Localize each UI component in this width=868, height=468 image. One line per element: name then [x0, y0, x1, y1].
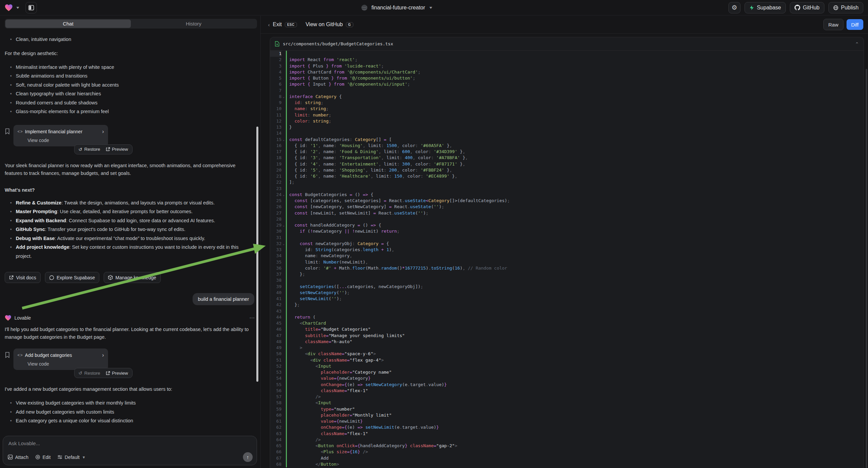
code-tag-icon: < > [18, 353, 22, 357]
assistant-name: Lovable [14, 315, 31, 321]
bullet-item: Clean typography with clear hierarchies [5, 89, 255, 98]
tab-chat[interactable]: Chat [5, 20, 131, 28]
github-icon [795, 5, 800, 10]
file-header[interactable]: src/components/budget/BudgetCategories.t… [270, 37, 864, 51]
version-card-add-budget[interactable]: < > Add budget categories › View code [13, 349, 108, 370]
send-button[interactable]: ↑ [243, 452, 253, 462]
code-line: 50 <div className="space-y-6"> [270, 351, 864, 357]
code-line: 42 }; [270, 302, 864, 308]
target-icon [35, 455, 40, 460]
chat-scrollbar[interactable] [256, 126, 258, 382]
manage-knowledge-button[interactable]: Manage knowledge [104, 272, 160, 283]
code-header: ‹ Exit ESC View on GitHub G Raw Diff [261, 16, 868, 34]
code-scrollbar[interactable] [866, 69, 867, 468]
arrow-up-icon: ↑ [247, 454, 249, 460]
prompt-input[interactable]: Ask Lovable... Attach Edit [3, 436, 257, 465]
bullet-item: Minimalist interface with plenty of whit… [5, 63, 255, 72]
edit-button[interactable]: Edit [35, 455, 51, 460]
code-line: 10 name: string; [270, 106, 864, 112]
message-menu-icon[interactable]: ⋯ [249, 315, 255, 321]
code-line: 35 limit: Number(newLimit), [270, 259, 864, 265]
supabase-button[interactable]: Supabase [745, 2, 786, 13]
attach-button[interactable]: Attach [8, 455, 29, 460]
visit-docs-button[interactable]: Visit docs [5, 272, 40, 283]
code-line: 49 > [270, 345, 864, 351]
logo-chevron-down-icon[interactable]: ▼ [16, 6, 20, 9]
chat-history-tabs: Chat History [5, 19, 257, 29]
ready-text: Your sleek financial planner is now read… [5, 162, 254, 177]
version-card-implement[interactable]: < > Implement financial planner › View c… [13, 125, 108, 146]
preview-button[interactable]: Preview [106, 147, 128, 152]
preview-button[interactable]: Preview [106, 371, 128, 376]
code-line: 3import { Plus } from 'lucide-react'; [270, 63, 864, 69]
sidebar-icon [28, 5, 34, 11]
bullet-item: View existing budget categories with the… [5, 399, 255, 408]
chat-bubble-icon [49, 275, 54, 280]
code-line: 4import ChartCard from '@/components/ui/… [270, 69, 864, 75]
raw-toggle-button[interactable]: Raw [824, 19, 843, 30]
view-code-link[interactable]: View code [28, 138, 104, 143]
project-chevron-down-icon: ▼ [429, 6, 433, 9]
code-line: 28 [270, 216, 864, 222]
settings-button[interactable]: ⚙ [728, 2, 741, 13]
external-link-icon [9, 275, 13, 280]
tab-history[interactable]: History [131, 20, 256, 28]
code-line: 56 className="flex-1" [270, 388, 864, 394]
bullet-item: GitHub Sync: Transfer your project's cod… [5, 225, 255, 234]
code-line: 19 { id: '4', name: 'Entertainment', lim… [270, 161, 864, 167]
code-line: 13} [270, 124, 864, 130]
user-message: build a financial planner [193, 293, 254, 305]
code-line: 18 { id: '3', name: 'Transportation', li… [270, 155, 864, 161]
code-line: 43 [270, 308, 864, 314]
bookmark-icon[interactable] [5, 352, 10, 358]
code-line: 41 setNewLimit(''); [270, 296, 864, 302]
chevron-right-icon: › [102, 352, 104, 358]
help-text: I'll help you add budget categories to t… [5, 326, 255, 341]
bullet-item: Master Prompting: Use clear, detailed, a… [5, 207, 255, 216]
exit-button[interactable]: ‹ Exit ESC [268, 22, 297, 28]
toggle-sidebar-button[interactable] [26, 2, 37, 13]
code-line: 23 [270, 186, 864, 192]
bullet-item: Subtle animations and transitions [5, 71, 255, 81]
code-line: 26 const [newCategory, setNewCategory] =… [270, 204, 864, 210]
version-card-title: Add budget categories [25, 352, 72, 358]
version-actions: ↺ Restore Preview [74, 144, 132, 154]
view-code-link[interactable]: View code [28, 361, 104, 367]
code-line: 40 setNewCategory(''); [270, 290, 864, 296]
bullet-item: Add project knowledge: Set key context o… [5, 243, 255, 261]
code-line: 7 [270, 88, 864, 94]
explore-supabase-button[interactable]: Explore Supabase [45, 272, 99, 283]
chevron-down-icon: ▼ [82, 455, 86, 459]
code-line: 60 placeholder="Monthly limit" [270, 412, 864, 418]
code-lines: 12import React from 'react';3import { Pl… [270, 51, 864, 468]
file-card: src/components/budget/BudgetCategories.t… [270, 37, 864, 468]
collapse-chevron-icon[interactable]: ⌃ [855, 41, 859, 47]
restore-button[interactable]: ↺ Restore [79, 147, 100, 152]
code-line: 24⌄const BudgetCategories = () => { [270, 192, 864, 198]
code-line: 15⌄const defaultCategories: Category[] =… [270, 137, 864, 143]
restore-icon: ↺ [79, 147, 82, 152]
restore-button[interactable]: ↺ Restore [79, 370, 100, 376]
code-line: 34 name: newCategory, [270, 253, 864, 259]
code-line: 44 return ( [270, 314, 864, 320]
bullet-item: Clean, intuitive navigation [5, 35, 255, 44]
code-line: 8⌄interface Category { [270, 94, 864, 100]
lovable-logo-icon[interactable] [5, 4, 13, 11]
project-switcher[interactable]: financial-future-creator ▼ [361, 0, 433, 16]
feature-list: View existing budget categories with the… [5, 399, 255, 426]
bookmark-icon[interactable] [5, 128, 10, 135]
view-on-github-button[interactable]: View on GitHub G [306, 22, 353, 28]
diff-toggle-button[interactable]: Diff [846, 19, 863, 30]
mode-select[interactable]: Default ▼ [57, 455, 86, 460]
code-line: 47 subtitle="Manage your spending limits… [270, 333, 864, 339]
code-line: 30 if (!newCategory || !newLimit) return… [270, 228, 864, 234]
chevron-left-icon: ‹ [268, 22, 270, 28]
publish-globe-icon [833, 5, 838, 10]
gear-icon: ⚙ [732, 4, 737, 11]
publish-button[interactable]: Publish [829, 2, 863, 13]
bullet-item: Soft, neutral color palette with light b… [5, 81, 255, 90]
code-line: 20 { id: '5', name: 'Shopping', limit: 2… [270, 167, 864, 173]
esc-key-badge: ESC [285, 22, 297, 27]
code-line: 48 className="h-auto" [270, 339, 864, 345]
github-button[interactable]: GitHub [790, 2, 825, 13]
